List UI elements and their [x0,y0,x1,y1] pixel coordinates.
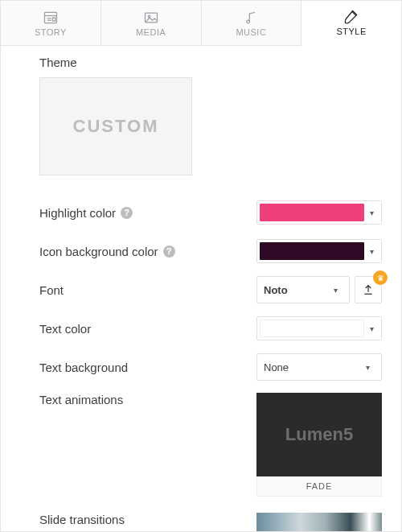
tab-media[interactable]: MEDIA [101,1,202,45]
font-value: Noto [264,284,288,296]
row-font: Font Noto ▾ ♛ [39,270,382,309]
text-color-swatch [260,320,364,337]
text-background-value: None [264,361,289,373]
row-text-color: Text color ▾ [39,309,382,348]
row-highlight-color: Highlight color ? ▾ [39,193,382,232]
label-text: Icon background color [39,245,158,258]
row-text-background: Text background None ▾ [39,348,382,386]
tab-label: MUSIC [236,27,266,37]
tabs: STORY MEDIA MUSIC STYLE [1,1,401,46]
text-animation-name: FADE [256,476,382,497]
tab-label: STORY [35,27,67,37]
text-animation-card: Lumen5 FADE [256,393,382,497]
help-icon[interactable]: ? [121,207,133,219]
theme-card-custom[interactable]: CUSTOM [39,77,192,175]
theme-label: Theme [39,56,382,69]
story-icon [43,10,59,26]
music-icon [243,10,259,26]
tab-label: STYLE [336,27,366,36]
highlight-color-picker[interactable]: ▾ [256,200,382,225]
text-animation-preview[interactable]: Lumen5 [256,393,382,476]
icon-bg-color-picker[interactable]: ▾ [256,239,382,263]
style-icon [343,9,359,25]
slide-transition-preview[interactable] [256,513,382,532]
text-color-picker[interactable]: ▾ [256,316,382,340]
label-text: Highlight color [39,206,116,220]
tab-music[interactable]: MUSIC [202,1,302,45]
row-icon-bg-color: Icon background color ? ▾ [39,232,382,270]
chevron-down-icon: ▾ [364,247,379,256]
premium-badge-icon: ♛ [373,270,388,285]
chevron-down-icon: ▾ [364,324,379,333]
font-select[interactable]: Noto ▾ [256,276,350,303]
label-highlight-color: Highlight color ? [39,206,133,220]
icon-bg-color-swatch [260,242,364,260]
svg-rect-4 [52,18,55,21]
label-font: Font [39,283,64,297]
svg-point-7 [247,20,250,23]
label-text-background: Text background [39,361,128,374]
row-text-animations: Text animations Lumen5 FADE [39,386,382,500]
upload-icon [362,283,375,296]
highlight-color-swatch [260,204,364,221]
text-background-select[interactable]: None ▾ [256,353,382,381]
tab-label: MEDIA [136,27,166,37]
help-icon[interactable]: ? [163,245,175,258]
label-icon-bg-color: Icon background color ? [39,245,175,258]
upload-font-button[interactable]: ♛ [355,276,382,303]
tab-style[interactable]: STYLE [302,1,401,46]
chevron-down-icon: ▾ [328,286,343,295]
style-panel: Theme CUSTOM Highlight color ? ▾ Icon ba… [1,46,401,532]
theme-card-text: CUSTOM [73,116,159,137]
media-icon [143,10,159,26]
label-text-color: Text color [39,322,91,336]
animation-preview-text: Lumen5 [285,424,353,445]
row-slide-transitions: Slide transitions [39,500,382,532]
tab-story[interactable]: STORY [1,1,101,45]
label-slide-transitions: Slide transitions [39,513,125,526]
label-text-animations: Text animations [39,393,123,406]
chevron-down-icon: ▾ [364,208,379,217]
chevron-down-icon: ▾ [360,363,375,372]
